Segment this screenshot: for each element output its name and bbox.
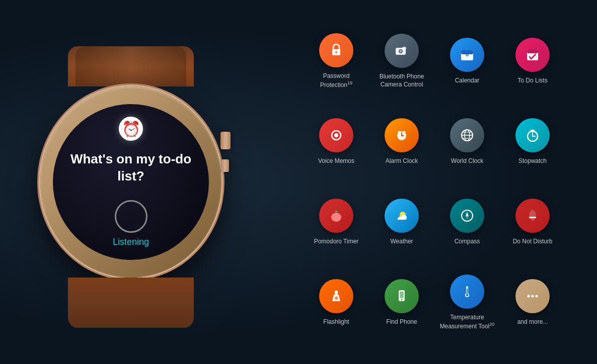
svg-point-31 [331, 213, 341, 222]
watch-clock-icon: ⏰ [119, 117, 143, 141]
app-icon-do-not-disturb [515, 199, 550, 233]
svg-point-48 [528, 295, 530, 298]
svg-point-47 [466, 294, 469, 297]
app-item-bluetooth-camera[interactable]: Bluetooth Phone Camera Control [369, 21, 434, 102]
app-item-weather[interactable]: Weather [369, 182, 434, 262]
app-item-temperature[interactable]: Temperature Measurement Tool20 [434, 262, 500, 343]
svg-point-14 [334, 133, 338, 137]
svg-line-19 [398, 131, 399, 132]
app-icon-and-more [515, 279, 550, 313]
app-item-world-clock[interactable]: World Clock [434, 102, 500, 182]
app-label-pomodoro-timer: Pomodoro Timer [314, 238, 359, 246]
app-label-stopwatch: Stopwatch [518, 157, 547, 165]
watch-strap-top [68, 46, 194, 86]
app-icon-voice-memos [319, 118, 353, 152]
app-icon-pomodoro-timer [319, 199, 353, 233]
app-icon-bluetooth-camera [385, 34, 419, 68]
app-label-calendar: Calendar [455, 77, 480, 85]
watch-listening-circle [115, 200, 147, 233]
page-container: ⏰ What's on my to-do list? Listening Pas… [0, 0, 597, 364]
watch-section: ⏰ What's on my to-do list? Listening [0, 0, 262, 364]
svg-rect-32 [336, 211, 337, 213]
app-label-find-phone: Find Phone [386, 318, 417, 326]
app-item-pomodoro-timer[interactable]: Pomodoro Timer [304, 182, 369, 262]
app-item-calendar[interactable]: 8 Calendar [434, 21, 500, 102]
watch-crown-top [220, 132, 231, 149]
watch-crown-bottom [221, 159, 229, 172]
svg-point-49 [532, 295, 534, 298]
svg-rect-12 [527, 49, 538, 53]
svg-rect-38 [335, 291, 338, 295]
app-icon-world-clock [450, 118, 484, 152]
app-item-stopwatch[interactable]: Stopwatch [500, 102, 565, 182]
watch-screen: ⏰ What's on my to-do list? Listening [53, 104, 209, 260]
app-label-and-more: and more... [517, 318, 548, 326]
watch-outer: ⏰ What's on my to-do list? Listening [40, 76, 221, 288]
app-item-do-not-disturb[interactable]: Do Not Disturb [500, 182, 565, 262]
svg-rect-5 [402, 47, 406, 49]
app-item-and-more[interactable]: and more... [500, 262, 565, 343]
svg-point-40 [335, 297, 338, 300]
app-item-voice-memos[interactable]: Voice Memos [304, 102, 369, 182]
app-label-bluetooth-camera: Bluetooth Phone Camera Control [374, 73, 429, 88]
svg-point-43 [401, 299, 403, 301]
app-item-compass[interactable]: Compass [434, 182, 500, 262]
app-icon-compass [450, 199, 484, 233]
apps-section: Password Protection19 Bluetooth Phone Ca… [262, 0, 597, 364]
app-item-alarm-clock[interactable]: Alarm Clock [369, 102, 434, 182]
svg-rect-46 [467, 289, 468, 294]
app-icon-alarm-clock [385, 118, 419, 152]
app-item-flashlight[interactable]: Flashlight [304, 262, 369, 343]
svg-rect-42 [400, 292, 404, 298]
svg-line-20 [404, 131, 405, 132]
apps-grid: Password Protection19 Bluetooth Phone Ca… [304, 21, 565, 343]
app-label-compass: Compass [455, 238, 480, 246]
watch-screen-text: What's on my to-do list? [53, 151, 209, 185]
app-label-password-protection: Password Protection19 [309, 72, 364, 89]
app-label-do-not-disturb: Do Not Disturb [513, 238, 553, 246]
app-label-alarm-clock: Alarm Clock [386, 157, 418, 165]
svg-point-4 [400, 50, 402, 52]
clock-emoji: ⏰ [122, 120, 140, 138]
app-icon-temperature [450, 275, 484, 309]
app-label-voice-memos: Voice Memos [318, 157, 354, 165]
app-item-to-do-lists[interactable]: To Do Lists [500, 21, 565, 102]
app-icon-flashlight [319, 279, 353, 313]
app-label-temperature: Temperature Measurement Tool20 [439, 314, 495, 330]
watch-listening-text: Listening [113, 237, 149, 247]
svg-point-50 [536, 295, 538, 298]
app-label-flashlight: Flashlight [323, 318, 349, 326]
app-icon-to-do-lists [515, 38, 550, 72]
watch-case: ⏰ What's on my to-do list? Listening [40, 86, 221, 278]
app-icon-password-protection [319, 33, 353, 67]
app-item-find-phone[interactable]: Find Phone [369, 262, 434, 343]
app-item-password-protection[interactable]: Password Protection19 [304, 21, 369, 102]
app-icon-weather [385, 199, 419, 233]
app-icon-stopwatch [515, 118, 550, 152]
svg-text:8: 8 [466, 51, 469, 57]
watch-strap-bottom [68, 278, 194, 328]
app-icon-calendar: 8 [450, 38, 484, 72]
app-label-world-clock: World Clock [451, 157, 483, 165]
app-label-weather: Weather [390, 238, 413, 246]
app-label-to-do-lists: To Do Lists [517, 77, 547, 85]
svg-point-1 [335, 51, 337, 53]
app-icon-find-phone [385, 279, 419, 313]
